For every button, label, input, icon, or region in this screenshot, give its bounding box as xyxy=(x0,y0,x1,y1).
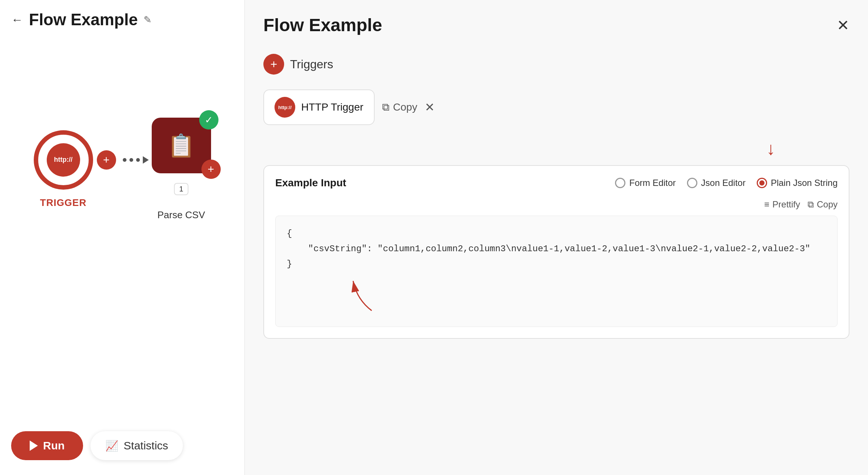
red-arrow-annotation-down: ↓ xyxy=(263,140,849,158)
right-panel: Flow Example ✕ + Triggers http:// HTTP T… xyxy=(245,0,868,475)
http-badge-text: http:// xyxy=(278,105,292,110)
left-header: ← Flow Example ✎ xyxy=(0,0,244,39)
arrow-right-icon xyxy=(143,156,149,164)
json-toolbar: ≡ Prettify ⧉ Copy xyxy=(275,199,838,210)
right-panel-title: Flow Example xyxy=(263,15,382,35)
example-input-header: Example Input Form Editor Json Editor Pl… xyxy=(275,177,838,189)
radio-form-editor-circle xyxy=(615,178,625,188)
radio-json-editor-label: Json Editor xyxy=(701,178,746,188)
remove-trigger-button[interactable]: ✕ xyxy=(425,100,435,114)
http-badge: http:// xyxy=(274,97,295,118)
close-button[interactable]: ✕ xyxy=(837,18,849,33)
radio-plain-json[interactable]: Plain Json String xyxy=(757,178,838,188)
radio-form-editor-label: Form Editor xyxy=(629,178,675,188)
add-after-trigger-button[interactable]: + xyxy=(97,150,116,170)
example-input-section: Example Input Form Editor Json Editor Pl… xyxy=(263,165,849,339)
flow-nodes: http:// TRIGGER + 📋 ✓ 1 xyxy=(34,118,211,221)
parse-csv-icon: 📋 xyxy=(167,132,195,159)
dot-1 xyxy=(123,158,126,162)
triggers-label: Triggers xyxy=(290,58,333,71)
run-play-icon xyxy=(30,440,38,451)
copy-trigger-label: Copy xyxy=(393,101,417,113)
copy-icon: ⧉ xyxy=(382,101,389,114)
radio-form-editor[interactable]: Form Editor xyxy=(615,178,675,188)
radio-plain-json-label: Plain Json String xyxy=(771,178,838,188)
trigger-outer-ring[interactable]: http:// xyxy=(34,130,93,190)
trigger-http-text: http:// xyxy=(54,156,73,164)
page-title: Flow Example xyxy=(29,10,138,29)
parse-csv-badge: 1 xyxy=(174,183,188,195)
json-content-container: { "csvString": "column1,column2,column3\… xyxy=(275,216,838,327)
parse-csv-node: 📋 ✓ 1 Parse CSV + xyxy=(152,118,211,221)
example-input-label: Example Input xyxy=(275,177,346,189)
triggers-section: + Triggers xyxy=(263,54,849,75)
run-label: Run xyxy=(43,439,65,452)
statistics-label: Statistics xyxy=(124,439,168,452)
dot-2 xyxy=(129,158,133,162)
json-content[interactable]: { "csvString": "column1,column2,column3\… xyxy=(275,216,838,327)
trigger-row: http:// HTTP Trigger ⧉ Copy ✕ xyxy=(263,89,849,125)
prettify-label: Prettify xyxy=(772,199,800,210)
radio-json-editor-circle xyxy=(687,178,697,188)
flow-canvas: http:// TRIGGER + 📋 ✓ 1 xyxy=(0,39,244,299)
copy-trigger-button[interactable]: ⧉ Copy xyxy=(382,101,417,114)
prettify-button[interactable]: ≡ Prettify xyxy=(764,199,800,210)
run-button[interactable]: Run xyxy=(11,431,83,460)
right-panel-header: Flow Example ✕ xyxy=(263,15,849,35)
radio-plain-json-circle xyxy=(757,178,767,188)
add-trigger-button[interactable]: + Triggers xyxy=(263,54,849,75)
bottom-controls: Run 📈 Statistics xyxy=(11,431,183,460)
prettify-icon: ≡ xyxy=(764,199,769,210)
trigger-inner-circle: http:// xyxy=(47,143,80,177)
copy-json-icon: ⧉ xyxy=(808,199,814,210)
copy-json-label: Copy xyxy=(817,199,838,210)
triggers-plus-icon: + xyxy=(263,54,284,75)
stats-chart-icon: 📈 xyxy=(105,440,118,452)
back-button[interactable]: ← xyxy=(11,13,23,27)
radio-json-editor[interactable]: Json Editor xyxy=(687,178,746,188)
add-after-parse-button[interactable]: + xyxy=(201,160,221,179)
http-trigger-button[interactable]: http:// HTTP Trigger xyxy=(263,89,375,125)
copy-json-button[interactable]: ⧉ Copy xyxy=(808,199,838,210)
connector xyxy=(120,156,152,164)
success-badge: ✓ xyxy=(199,110,218,130)
radio-group: Form Editor Json Editor Plain Json Strin… xyxy=(615,178,838,188)
left-panel: ← Flow Example ✎ http:// TRIGGER + xyxy=(0,0,245,475)
dot-3 xyxy=(136,158,140,162)
statistics-button[interactable]: 📈 Statistics xyxy=(91,431,183,460)
trigger-label: TRIGGER xyxy=(40,197,86,209)
parse-csv-label: Parse CSV xyxy=(157,209,205,221)
edit-icon[interactable]: ✎ xyxy=(144,14,152,26)
trigger-node: http:// TRIGGER xyxy=(34,130,93,209)
http-trigger-label: HTTP Trigger xyxy=(301,101,364,113)
